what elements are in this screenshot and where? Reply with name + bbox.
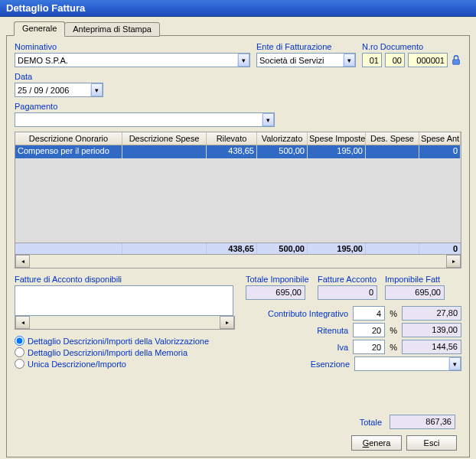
cell: 195,00 — [308, 145, 366, 158]
doc-num-a[interactable] — [362, 53, 382, 67]
label-iva: Iva — [337, 343, 349, 352]
doc-num-b[interactable] — [385, 53, 405, 67]
cell: 500,00 — [257, 145, 308, 158]
acconto-list[interactable] — [15, 285, 233, 316]
label-ritenuta: Ritenuta — [317, 326, 348, 335]
grid-header: Descrizione Onorario Descrizione Spese R… — [15, 132, 461, 145]
tab-generale[interactable]: Generale — [14, 21, 65, 36]
label-fatt-acconto: Fatture Acconto — [318, 275, 379, 284]
imponibile-fatt: 695,00 — [385, 285, 445, 300]
col-valorizzato[interactable]: Valorizzato — [257, 132, 308, 145]
label-totale: Totale — [360, 418, 382, 427]
col-rilevato[interactable]: Rilevato — [207, 132, 257, 145]
col-spese-anticipate[interactable]: Spese Anticipate — [419, 132, 461, 145]
label-tot-imponibile: Totale Imponibile — [246, 275, 311, 284]
esenzione-combo[interactable] — [354, 356, 461, 371]
cell: 0 — [419, 145, 461, 158]
contributo-pct[interactable] — [353, 306, 385, 321]
svg-rect-0 — [453, 60, 460, 64]
label-pagamento: Pagamento — [15, 102, 275, 111]
total-spese-imp: 195,00 — [308, 243, 366, 254]
col-descr-spese[interactable]: Descrizione Spese — [122, 132, 207, 145]
col-spese-imposte[interactable]: Spese Imposte — [308, 132, 366, 145]
label-ente: Ente di Fatturazione — [256, 42, 356, 51]
ritenuta-pct[interactable] — [353, 323, 385, 337]
radio-valorizzazione[interactable]: Dettaglio Descrizioni/Importi della Valo… — [15, 336, 238, 346]
iva-val: 144,56 — [402, 340, 461, 354]
grid-totals: 438,65 500,00 195,00 0 — [15, 243, 461, 254]
totale-val: 867,36 — [390, 415, 455, 429]
window-title: Dettaglio Fattura — [0, 0, 476, 17]
scroll-left-icon[interactable]: ◂ — [15, 255, 30, 268]
lock-icon[interactable] — [451, 54, 461, 67]
ritenuta-val: 139,00 — [402, 323, 461, 337]
total-valorizzato: 500,00 — [257, 243, 308, 254]
ente-combo[interactable] — [256, 53, 356, 67]
detail-grid[interactable]: Descrizione Onorario Descrizione Spese R… — [15, 132, 461, 269]
label-esenzione: Esenzione — [311, 360, 350, 369]
label-imponibile-fatt: Imponibile Fatt — [385, 275, 445, 284]
radio-unica[interactable]: Unica Descrizione/Importo — [15, 359, 238, 369]
cell — [122, 145, 207, 158]
col-des-spese[interactable]: Des. Spese — [366, 132, 419, 145]
scroll-left-icon[interactable]: ◂ — [15, 316, 30, 329]
grid-hscroll[interactable]: ◂ ▸ — [15, 254, 461, 268]
total-rilevato: 438,65 — [207, 243, 257, 254]
label-fatture-acconto: Fatture di Acconto disponibili — [15, 275, 238, 284]
label-ndoc: N.ro Documento — [362, 42, 461, 51]
fatture-acconto-val: 0 — [318, 285, 377, 300]
data-field[interactable] — [15, 83, 103, 97]
label-data: Data — [15, 72, 103, 81]
grid-row[interactable]: Compenso per il periodo 438,65 500,00 19… — [15, 145, 461, 158]
scroll-right-icon[interactable]: ▸ — [446, 255, 461, 268]
tab-anteprima[interactable]: Anteprima di Stampa — [64, 22, 160, 37]
cell: 438,65 — [207, 145, 257, 158]
scroll-right-icon[interactable]: ▸ — [220, 316, 234, 329]
contributo-val: 27,80 — [402, 306, 461, 321]
acconto-hscroll[interactable]: ◂ ▸ — [15, 316, 235, 330]
cell: Compenso per il periodo — [15, 145, 122, 158]
pagamento-combo[interactable] — [15, 112, 275, 127]
label-contributo: Contributo Integrativo — [268, 309, 348, 318]
label-nominativo: Nominativo — [15, 42, 250, 51]
genera-button[interactable]: Genera — [351, 435, 402, 451]
radio-memoria[interactable]: Dettaglio Descrizioni/Importi della Memo… — [15, 347, 238, 357]
total-spese-ant: 0 — [419, 243, 461, 254]
iva-pct[interactable] — [353, 340, 385, 354]
nominativo-combo[interactable] — [15, 53, 250, 67]
totale-imponibile: 695,00 — [246, 285, 305, 300]
cell — [366, 145, 419, 158]
esci-button[interactable]: Esci — [406, 435, 457, 451]
doc-num-c[interactable] — [408, 53, 448, 67]
tab-bar: Generale Anteprima di Stampa — [0, 17, 476, 36]
col-descr-onorario[interactable]: Descrizione Onorario — [15, 132, 122, 145]
grid-empty — [15, 158, 461, 243]
main-panel: Nominativo ▾ Ente di Fatturazione ▾ N.ro… — [6, 35, 470, 457]
